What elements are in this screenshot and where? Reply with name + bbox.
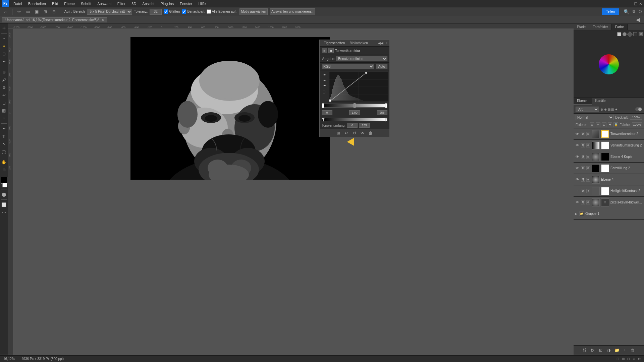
- add-mask-icon[interactable]: ⊡: [598, 348, 603, 353]
- toleranz-input[interactable]: [150, 9, 162, 15]
- glatten-checkbox[interactable]: Glätten: [164, 9, 180, 14]
- clip-icon[interactable]: ↩: [344, 130, 349, 136]
- layer-visibility-icon-4[interactable]: 👁: [575, 177, 580, 182]
- circle-icon[interactable]: [623, 32, 627, 36]
- background-color[interactable]: [2, 183, 7, 187]
- output-black-handle[interactable]: [322, 118, 325, 122]
- dodge-tool[interactable]: ○: [1, 115, 7, 122]
- shape-tool[interactable]: ◯: [1, 148, 7, 155]
- adjustment-icon[interactable]: ◑: [606, 348, 611, 353]
- menu-filter[interactable]: Filter: [115, 1, 128, 6]
- eye-icon[interactable]: 👁: [360, 130, 365, 136]
- menu-3d[interactable]: 3D: [129, 1, 139, 6]
- zoom-tool[interactable]: ⊕: [1, 167, 7, 173]
- eyedrop-black[interactable]: ✒: [322, 72, 327, 77]
- gradient-tool[interactable]: ▦: [1, 107, 7, 114]
- pfade-tab[interactable]: Pfade: [574, 24, 589, 30]
- stamp-tool[interactable]: ⊗: [1, 84, 7, 91]
- fix-draw-icon[interactable]: ✏: [596, 122, 600, 127]
- layer-link-icon-4[interactable]: ⛓: [581, 178, 585, 182]
- motiv-button[interactable]: Motiv auswählen: [239, 8, 268, 15]
- screen-mode-tool[interactable]: ⬜: [1, 201, 7, 208]
- gamma-handle[interactable]: [354, 103, 356, 108]
- minimize-icon[interactable]: ─: [629, 1, 632, 6]
- menu-schrift[interactable]: Schrift: [78, 1, 94, 6]
- brush-tool[interactable]: 🖌: [1, 76, 7, 83]
- black-point-handle[interactable]: [322, 103, 324, 108]
- preset-dropdown[interactable]: Benutzerdefiniert: [336, 56, 387, 61]
- fix-move-icon[interactable]: ✛: [608, 122, 612, 127]
- layer-visibility-icon-2[interactable]: 👁: [575, 155, 580, 159]
- menu-bearbeiten[interactable]: Bearbeiten: [25, 1, 49, 6]
- menu-fenster[interactable]: Fenster: [177, 1, 195, 6]
- layer-visibility-icon-0[interactable]: 👁: [575, 132, 580, 136]
- fix-artboard-icon[interactable]: ⊡: [602, 122, 606, 127]
- eigenschaften-tab[interactable]: Eigenschaften: [322, 41, 347, 45]
- sample-icon[interactable]: ⊞: [322, 90, 327, 94]
- prop-panel-close[interactable]: ×: [385, 41, 387, 45]
- white-point-handle[interactable]: [385, 103, 387, 108]
- history-tool[interactable]: ↩: [1, 92, 7, 99]
- opacity-input[interactable]: [630, 115, 642, 120]
- select2-icon[interactable]: ▣: [33, 8, 40, 15]
- rect-select-icon[interactable]: ▭: [24, 8, 31, 15]
- input-level-track[interactable]: [322, 104, 387, 108]
- tab-close-icon[interactable]: ×: [102, 18, 104, 22]
- farbe-tab[interactable]: Farbe: [612, 24, 628, 30]
- move-tool[interactable]: ✛: [1, 25, 7, 32]
- layer-style-icon[interactable]: fx: [590, 348, 595, 353]
- select4-icon[interactable]: ⊟: [51, 8, 57, 15]
- layer-link-icon-1[interactable]: ⛓: [581, 143, 585, 147]
- ebenen-tab[interactable]: Ebenen: [574, 98, 592, 105]
- link-layers-icon[interactable]: ⛓: [582, 348, 587, 353]
- layer-item-farbfuellung2[interactable]: 👁 ⛓ ⊞ Farbfüllung 2: [574, 163, 644, 174]
- output-white-handle[interactable]: [384, 118, 387, 122]
- menu-plugins[interactable]: Plug-ins: [158, 1, 176, 6]
- filter-toggle[interactable]: [635, 107, 642, 111]
- layer-item-gruppe1[interactable]: ▶ 📁 Gruppe 1: [574, 208, 644, 220]
- quick-mask-tool[interactable]: ⬤: [1, 191, 7, 198]
- menu-ebene[interactable]: Ebene: [61, 1, 77, 6]
- layer-item-ebene4kopie[interactable]: 👁 ⛓ ⊞ Ebene 4 Kopie: [574, 151, 644, 163]
- durchschnitt-dropdown[interactable]: 5 x 5 Pixel Durchschnitt: [87, 9, 132, 15]
- status-icon-4[interactable]: ⊕: [633, 357, 635, 361]
- layer-item-kevin[interactable]: 👁 ⛓ ⊞ ⊡ pixels-kevin-bidwell-230795: [574, 197, 644, 208]
- farbfelder-tab[interactable]: Farbfelder: [589, 24, 612, 30]
- layer-item-helligkeit2[interactable]: 👁 ⛓ ☀ Helligkeit/Kontrast 2: [574, 185, 644, 197]
- layer-link-icon-5[interactable]: ⛓: [581, 189, 585, 193]
- gamma-input[interactable]: 1.00: [349, 110, 360, 115]
- mask-icon[interactable]: ⊞: [336, 130, 341, 136]
- select3-icon[interactable]: ⊞: [42, 8, 49, 15]
- tonumfang-max-input[interactable]: 255: [359, 123, 370, 128]
- lasso-tool[interactable]: ⌖: [1, 35, 7, 42]
- eyedropper-tool[interactable]: ✒: [1, 58, 7, 65]
- menu-datei[interactable]: Datei: [11, 1, 25, 6]
- path-select-tool[interactable]: ↖: [1, 141, 7, 147]
- foreground-swatch[interactable]: [617, 32, 621, 36]
- canvas[interactable]: [13, 29, 574, 355]
- layer-link-icon-2[interactable]: ⛓: [581, 155, 585, 159]
- prop-panel-minimize[interactable]: ◀◀: [378, 41, 383, 45]
- crop-tool[interactable]: ⊡: [1, 51, 7, 57]
- flaeche-input[interactable]: [632, 122, 642, 127]
- magic-wand-tool[interactable]: ✦: [1, 43, 7, 50]
- menu-ansicht[interactable]: Ansicht: [140, 1, 157, 6]
- channel-dropdown[interactable]: RGB: [322, 64, 374, 69]
- white-point-input[interactable]: 255: [377, 110, 387, 115]
- eyedrop-white[interactable]: ✒: [322, 83, 327, 88]
- blend-mode-dropdown[interactable]: Normal: [576, 115, 614, 120]
- reset-icon[interactable]: ↺: [352, 130, 357, 136]
- eraser-tool[interactable]: ◻: [1, 100, 7, 106]
- maximize-icon[interactable]: □: [634, 1, 637, 6]
- layer-visibility-icon-3[interactable]: 👁: [575, 166, 580, 171]
- status-icon-5[interactable]: ⊗: [638, 357, 641, 361]
- layer-link-icon-3[interactable]: ⛓: [581, 166, 585, 170]
- kind-dropdown[interactable]: Art: [576, 107, 599, 112]
- delete-icon[interactable]: 🗑: [368, 130, 373, 136]
- panel-arrange-icon[interactable]: ⧉: [633, 9, 635, 14]
- layer-visibility-icon-6[interactable]: 👁: [575, 200, 580, 205]
- tonumfang-min-input[interactable]: 0: [347, 123, 358, 128]
- kanaele-tab[interactable]: Kanäle: [592, 98, 609, 105]
- active-tab[interactable]: Unbenannt-1 bei 16,1% (Tonwertkorrektur …: [2, 17, 107, 22]
- black-point-input[interactable]: 0: [322, 110, 332, 115]
